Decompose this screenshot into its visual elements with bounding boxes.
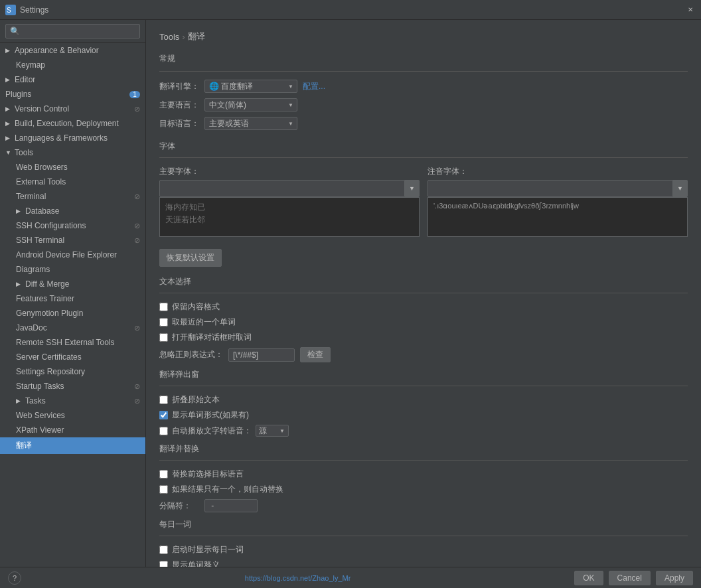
sidebar-item-features-trainer[interactable]: Features Trainer [0, 291, 145, 306]
font-preview-text2: 天涯若比邻 [165, 214, 414, 226]
sidebar-item-terminal[interactable]: Terminal ⊘ [0, 189, 145, 204]
sidebar-item-translate[interactable]: 翻译 [0, 437, 145, 454]
font-divider [159, 157, 688, 158]
target-lang-select[interactable]: 主要或英语 英语 中文(简体) [204, 117, 297, 130]
window-controls[interactable]: ✕ [685, 5, 696, 15]
sidebar-item-server-certs[interactable]: Server Certificates [0, 350, 145, 364]
nearest-word-checkbox[interactable] [159, 318, 168, 327]
sidebar-item-javadoc[interactable]: JavaDoc ⊘ [0, 321, 145, 335]
show-daily-word-checkbox[interactable] [159, 546, 168, 554]
sidebar-item-label: Appearance & Behavior [15, 46, 99, 55]
show-word-form-label[interactable]: 显示单词形式(如果有) [172, 409, 249, 421]
auto-play-source-select[interactable]: 源 目标 [256, 425, 289, 437]
primary-font-dropdown-btn[interactable]: ▼ [405, 180, 420, 197]
primary-font-input[interactable] [159, 180, 405, 197]
sidebar-item-languages[interactable]: ▶ Languages & Frameworks [0, 131, 145, 145]
show-word-meaning-label[interactable]: 显示单词释义 [172, 559, 220, 567]
expand-arrow-db: ▶ [16, 208, 24, 214]
checkbox-auto-replace: 如果结果只有一个，则自动替换 [159, 484, 688, 495]
sidebar-item-android-device[interactable]: Android Device File Explorer [0, 248, 145, 262]
auto-play-checkbox[interactable] [159, 427, 168, 435]
sidebar-item-plugins[interactable]: Plugins 1 [0, 87, 145, 102]
check-regex-button[interactable]: 检查 [300, 347, 331, 362]
terminal-badge: ⊘ [134, 192, 140, 201]
sidebar-item-label: Server Certificates [16, 352, 82, 362]
show-word-form-checkbox[interactable] [159, 411, 168, 419]
separator-input[interactable] [204, 499, 258, 512]
sidebar-item-ssh-terminal[interactable]: SSH Terminal ⊘ [0, 233, 145, 248]
sidebar: ▶ Appearance & Behavior Keymap ▶ Editor … [0, 20, 146, 567]
sidebar-item-label: Editor [15, 75, 35, 84]
open-dialog-label[interactable]: 打开翻译对话框时取词 [172, 332, 252, 343]
preserve-format-label[interactable]: 保留内容格式 [172, 301, 220, 313]
bottom-bar: ? https://blog.csdn.net/Zhao_ly_Mr OK Ca… [0, 567, 701, 588]
sidebar-item-tools[interactable]: ▼ Tools [0, 145, 145, 160]
choose-target-lang-label[interactable]: 替换前选择目标语言 [172, 469, 244, 480]
sidebar-item-remote-ssh[interactable]: Remote SSH External Tools [0, 335, 145, 350]
breadcrumb-root[interactable]: Tools [159, 32, 179, 42]
sidebar-item-version-control[interactable]: ▶ Version Control ⊘ [0, 102, 145, 116]
ok-button[interactable]: OK [574, 571, 603, 585]
sidebar-item-label: XPath Viewer [16, 425, 64, 435]
close-button[interactable]: ✕ [685, 5, 696, 15]
preserve-format-checkbox[interactable] [159, 303, 168, 311]
sidebar-item-keymap[interactable]: Keymap [0, 58, 145, 72]
show-word-meaning-checkbox[interactable] [159, 561, 168, 567]
sidebar-item-build[interactable]: ▶ Build, Execution, Deployment [0, 116, 145, 131]
general-section-title: 常规 [159, 53, 688, 64]
sidebar-item-tasks[interactable]: ▶ Tasks ⊘ [0, 394, 145, 408]
app-icon: S [5, 5, 16, 15]
restore-defaults-button[interactable]: 恢复默认设置 [159, 249, 222, 267]
sidebar-item-external-tools[interactable]: External Tools [0, 175, 145, 189]
sidebar-item-label: Version Control [15, 104, 69, 113]
startup-badge: ⊘ [134, 382, 140, 391]
sidebar-item-editor[interactable]: ▶ Editor [0, 72, 145, 87]
cancel-button[interactable]: Cancel [609, 571, 651, 585]
sidebar-item-label: Diff & Merge [25, 279, 69, 289]
sidebar-item-web-services[interactable]: Web Services [0, 408, 145, 423]
csdn-link[interactable]: https://blog.csdn.net/Zhao_ly_Mr [245, 574, 351, 582]
sidebar-item-database[interactable]: ▶ Database [0, 204, 145, 218]
phon-font-dropdown-btn[interactable]: ▼ [673, 180, 688, 197]
translator-select[interactable]: 🌐 百度翻译 Google 翻译 有道翻译 [204, 80, 297, 93]
search-input[interactable] [5, 24, 140, 38]
ssh-config-badge: ⊘ [134, 222, 140, 230]
ignore-regex-input[interactable] [228, 348, 295, 362]
sidebar-item-ssh-config[interactable]: SSH Configurations ⊘ [0, 218, 145, 233]
sidebar-item-xpath-viewer[interactable]: XPath Viewer [0, 423, 145, 437]
open-dialog-checkbox[interactable] [159, 333, 168, 342]
choose-target-lang-checkbox[interactable] [159, 470, 168, 478]
sidebar-item-label: Startup Tasks [16, 382, 64, 391]
sidebar-item-genymotion[interactable]: Genymotion Plugin [0, 306, 145, 321]
apply-button[interactable]: Apply [656, 571, 693, 585]
fold-original-checkbox[interactable] [159, 396, 168, 404]
plugins-badge: 1 [129, 91, 140, 98]
auto-replace-label[interactable]: 如果结果只有一个，则自动替换 [172, 484, 283, 495]
translator-row: 翻译引擎： 🌐 百度翻译 Google 翻译 有道翻译 配置... [159, 80, 688, 93]
checkbox-preserve-format: 保留内容格式 [159, 301, 688, 313]
sidebar-item-settings-repo[interactable]: Settings Repository [0, 364, 145, 379]
fold-original-label[interactable]: 折叠原始文本 [172, 394, 220, 405]
config-link[interactable]: 配置... [303, 81, 325, 92]
help-button[interactable]: ? [8, 571, 21, 585]
sidebar-item-label: Genymotion Plugin [16, 309, 83, 318]
sidebar-item-diff-merge[interactable]: ▶ Diff & Merge [0, 277, 145, 291]
auto-replace-checkbox[interactable] [159, 485, 168, 494]
primary-lang-select[interactable]: 中文(简体) 英语 日语 [204, 98, 297, 111]
translator-select-wrapper: 🌐 百度翻译 Google 翻译 有道翻译 [204, 80, 297, 93]
font-preview-right: '.ı3ɑouıеæʌDUəaɛpbtdkgfvszθðʃ3rzmnnhljw [428, 197, 688, 237]
sidebar-item-label: Keymap [16, 60, 45, 70]
sidebar-item-startup-tasks[interactable]: Startup Tasks ⊘ [0, 379, 145, 394]
sidebar-item-appearance[interactable]: ▶ Appearance & Behavior [0, 43, 145, 58]
phon-font-input[interactable] [428, 180, 673, 197]
show-daily-word-label[interactable]: 启动时显示每日一词 [172, 544, 244, 555]
auto-play-label[interactable]: 自动播放文字转语音： [172, 425, 252, 437]
replacement-section-title: 翻译并替换 [159, 443, 688, 455]
checkbox-auto-play: 自动播放文字转语音： 源 目标 [159, 425, 688, 437]
text-selection-divider [159, 293, 688, 293]
sidebar-item-diagrams[interactable]: Diagrams [0, 262, 145, 277]
sidebar-item-label: Build, Execution, Deployment [15, 119, 119, 128]
expand-arrow-appearance: ▶ [5, 47, 13, 54]
nearest-word-label[interactable]: 取最近的一个单词 [172, 317, 236, 328]
sidebar-item-web-browsers[interactable]: Web Browsers [0, 160, 145, 175]
